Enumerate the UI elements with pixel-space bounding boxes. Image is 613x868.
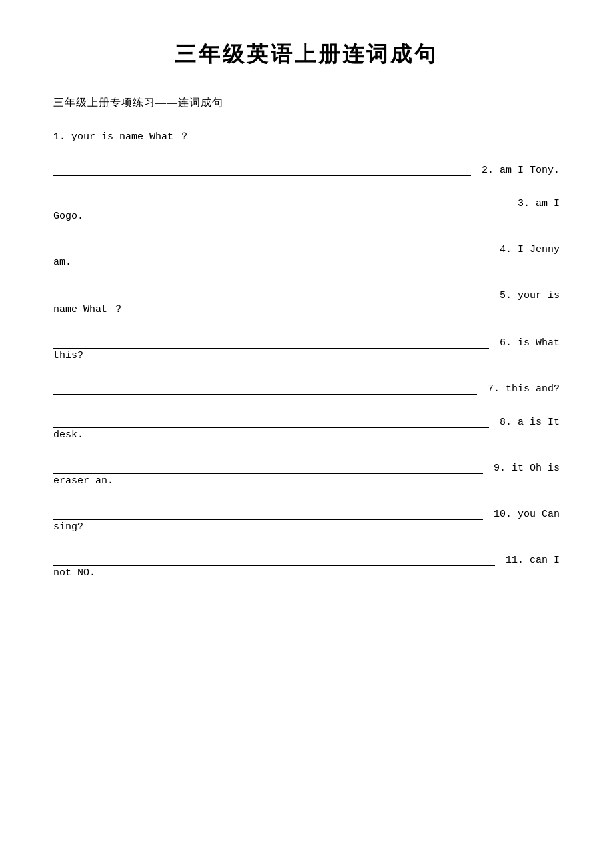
question-2: 2. am I Tony.: [53, 161, 560, 176]
question-11: 11. can Inot NO.: [53, 551, 560, 579]
answer-line-7[interactable]: [53, 380, 477, 395]
q-label-9: 9. it Oh is: [494, 463, 560, 474]
q-label-5: 5. your is: [500, 290, 560, 301]
answer-line-10[interactable]: [53, 505, 483, 520]
question-7-top: 7. this and?: [53, 380, 560, 395]
question-2-top: 2. am I Tony.: [53, 161, 560, 176]
q-label-2: 2. am I Tony.: [482, 165, 560, 176]
subtitle: 三年级上册专项练习——连词成句: [53, 96, 560, 110]
q1-label: 1. your is name What ？: [53, 130, 560, 143]
question-5-top: 5. your is: [53, 287, 560, 301]
question-4-top: 4. I Jenny: [53, 241, 560, 255]
answer-line-3[interactable]: [53, 195, 507, 209]
question-9: 9. it Oh iseraser an.: [53, 459, 560, 487]
question-3-top: 3. am I: [53, 195, 560, 209]
question-6: 6. is Whatthis?: [53, 334, 560, 361]
q-second-11: not NO.: [53, 567, 560, 579]
question-10-top: 10. you Can: [53, 505, 560, 520]
question-4: 4. I Jennyam.: [53, 241, 560, 268]
question-5: 5. your isname What ？: [53, 287, 560, 315]
answer-line-6[interactable]: [53, 334, 489, 349]
q-second-8: desk.: [53, 429, 560, 441]
answer-line-2[interactable]: [53, 161, 471, 176]
q-label-7: 7. this and?: [488, 383, 560, 395]
q-label-4: 4. I Jenny: [500, 244, 560, 255]
question-1: 1. your is name What ？: [53, 130, 560, 143]
question-8-top: 8. a is It: [53, 413, 560, 428]
q-second-5: name What ？: [53, 303, 560, 315]
q-label-10: 10. you Can: [494, 509, 560, 520]
answer-line-9[interactable]: [53, 459, 483, 474]
question-3: 3. am IGogo.: [53, 195, 560, 222]
q-second-6: this?: [53, 350, 560, 361]
question-10: 10. you Cansing?: [53, 505, 560, 533]
q-label-8: 8. a is It: [500, 417, 560, 428]
page-title: 三年级英语上册连词成句: [53, 40, 560, 69]
question-9-top: 9. it Oh is: [53, 459, 560, 474]
q-second-3: Gogo.: [53, 211, 560, 222]
q-label-6: 6. is What: [500, 337, 560, 349]
answer-line-5[interactable]: [53, 287, 489, 301]
answer-line-8[interactable]: [53, 413, 489, 428]
q-label-3: 3. am I: [518, 198, 560, 209]
answer-line-11[interactable]: [53, 551, 495, 566]
question-11-top: 11. can I: [53, 551, 560, 566]
q-second-9: eraser an.: [53, 475, 560, 487]
q-second-4: am.: [53, 257, 560, 268]
q-label-11: 11. can I: [506, 555, 560, 566]
question-7: 7. this and?: [53, 380, 560, 395]
question-8: 8. a is Itdesk.: [53, 413, 560, 441]
answer-line-4[interactable]: [53, 241, 489, 255]
question-6-top: 6. is What: [53, 334, 560, 349]
q-second-10: sing?: [53, 521, 560, 533]
